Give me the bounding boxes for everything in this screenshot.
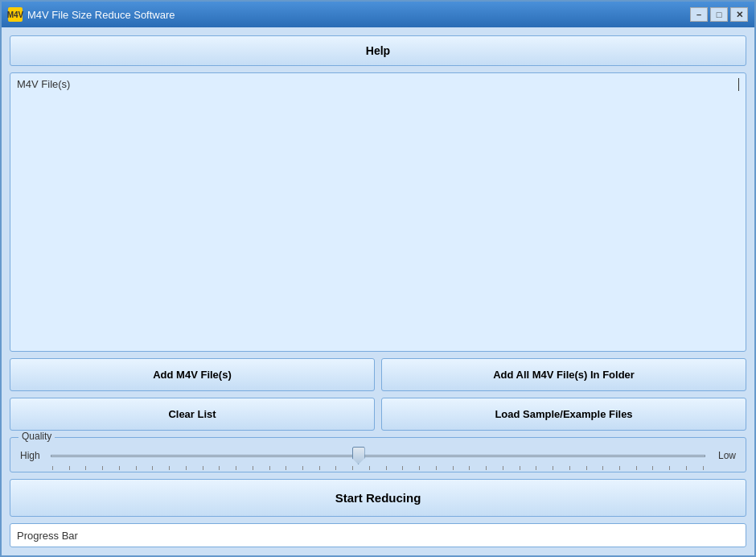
minimize-button[interactable]: – xyxy=(690,7,708,22)
slider-ticks xyxy=(51,466,705,470)
tick xyxy=(335,466,336,470)
tick xyxy=(119,466,120,470)
tick xyxy=(352,466,353,470)
tick xyxy=(469,466,470,470)
tick xyxy=(286,466,286,470)
quality-slider[interactable] xyxy=(51,448,705,464)
main-window: M4V M4V File Size Reduce Software – □ ✕ … xyxy=(0,0,756,557)
tick xyxy=(319,466,320,470)
tick xyxy=(602,466,603,470)
add-files-button[interactable]: Add M4V File(s) xyxy=(10,358,375,391)
title-bar-buttons: – □ ✕ xyxy=(690,7,748,22)
tick xyxy=(269,466,270,470)
tick xyxy=(402,466,403,470)
tick xyxy=(136,466,137,470)
tick xyxy=(486,466,487,470)
tick xyxy=(302,466,303,470)
title-bar: M4V M4V File Size Reduce Software – □ ✕ xyxy=(2,2,754,27)
add-buttons-row: Add M4V File(s) Add All M4V File(s) In F… xyxy=(10,358,746,391)
file-list-label: M4V File(s) xyxy=(17,78,70,90)
help-button[interactable]: Help xyxy=(10,35,746,66)
tick xyxy=(69,466,70,470)
tick xyxy=(152,466,153,470)
tick xyxy=(186,466,187,470)
tick xyxy=(536,466,536,470)
tick xyxy=(386,466,387,470)
tick xyxy=(52,466,53,470)
window-title: M4V File Size Reduce Software xyxy=(27,9,175,21)
tick xyxy=(686,466,687,470)
tick xyxy=(419,466,420,470)
tick xyxy=(669,466,670,470)
tick xyxy=(520,466,520,470)
main-content: Help M4V File(s) Add M4V File(s) Add All… xyxy=(2,27,754,555)
maximize-button[interactable]: □ xyxy=(710,7,728,22)
file-list[interactable]: M4V File(s) xyxy=(10,72,746,352)
secondary-buttons-row: Clear List Load Sample/Example Files xyxy=(10,398,746,431)
start-reducing-button[interactable]: Start Reducing xyxy=(10,479,746,517)
tick xyxy=(619,466,620,470)
slider-line xyxy=(51,455,705,457)
tick xyxy=(85,466,86,470)
tick xyxy=(569,466,570,470)
tick xyxy=(102,466,103,470)
tick xyxy=(503,466,503,470)
tick xyxy=(553,466,553,470)
low-label: Low xyxy=(712,450,736,461)
title-bar-left: M4V M4V File Size Reduce Software xyxy=(8,7,175,22)
high-label: High xyxy=(20,450,44,461)
tick xyxy=(253,466,253,470)
cursor xyxy=(738,78,739,91)
add-folder-button[interactable]: Add All M4V File(s) In Folder xyxy=(381,358,746,391)
app-icon-label: M4V xyxy=(7,10,24,19)
tick xyxy=(436,466,437,470)
tick xyxy=(203,466,203,470)
progress-bar-container: Progress Bar xyxy=(10,523,746,547)
tick xyxy=(703,466,704,470)
clear-list-button[interactable]: Clear List xyxy=(10,398,375,431)
quality-legend: Quality xyxy=(18,431,55,442)
progress-bar-label: Progress Bar xyxy=(17,530,78,542)
slider-row: High xyxy=(20,448,736,464)
app-icon: M4V xyxy=(8,7,23,22)
close-button[interactable]: ✕ xyxy=(730,7,748,22)
load-sample-button[interactable]: Load Sample/Example Files xyxy=(381,398,746,431)
tick xyxy=(453,466,454,470)
tick xyxy=(369,466,370,470)
quality-section: Quality High xyxy=(10,437,746,472)
slider-thumb[interactable] xyxy=(352,447,365,464)
tick xyxy=(586,466,587,470)
tick xyxy=(652,466,653,470)
tick xyxy=(236,466,236,470)
tick xyxy=(636,466,637,470)
tick xyxy=(169,466,170,470)
tick xyxy=(219,466,220,470)
